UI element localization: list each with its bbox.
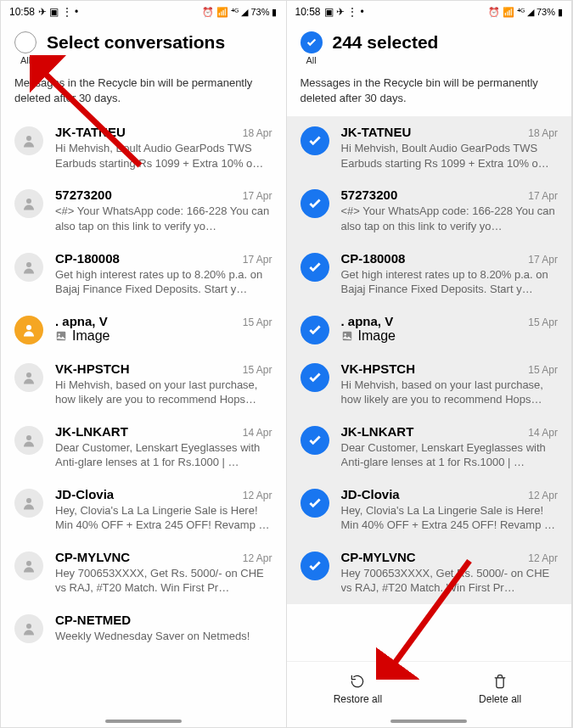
svg-point-9 [26,561,31,566]
trash-icon [492,673,508,690]
select-all-checkbox[interactable]: All [301,31,323,65]
svg-point-12 [344,333,345,335]
sender-name: . apna, V [341,314,394,328]
message-preview: Get high interest rates up to 8.20% p.a.… [55,267,272,297]
conversation-item[interactable]: VK-HPSTCH15 AprHi Mehvish, based on your… [1,353,286,416]
item-body: JK-TATNEU18 AprHi Mehvish, Boult Audio G… [55,125,272,171]
conversation-item[interactable]: JK-TATNEU18 AprHi Mehvish, Boult Audio G… [287,116,572,179]
avatar-icon [14,426,43,455]
message-preview: Hey 700653XXXX, Get Rs. 5000/- on CHE vs… [55,566,272,596]
conversation-item[interactable]: VK-HPSTCH15 AprHi Mehvish, based on your… [287,353,572,416]
sender-name: CP-180008 [55,251,120,266]
message-date: 15 Apr [528,316,558,328]
delete-all-button[interactable]: Delete all [429,662,571,715]
conversation-item[interactable]: JK-TATNEU18 AprHi Mehvish, Boult Audio G… [1,116,286,179]
restore-all-button[interactable]: Restore all [287,662,430,715]
all-label: All [20,55,31,65]
item-body: VK-HPSTCH15 AprHi Mehvish, based on your… [341,361,559,407]
avatar-icon [14,126,43,155]
checkbox-empty-icon [14,31,37,53]
item-body: . apna, V15 AprImage [55,314,272,344]
conversation-item[interactable]: JK-LNKART14 AprDear Customer, Lenskart E… [1,416,286,479]
message-preview: Dear Customer, Lenskart Eyeglasses with … [55,440,272,470]
all-label: All [306,55,316,65]
conversation-item[interactable]: 5727320017 Apr<#> Your WhatsApp code: 16… [287,179,572,242]
item-body: JK-LNKART14 AprDear Customer, Lenskart E… [341,424,559,470]
selected-check-icon [301,126,329,155]
item-body: CP-NETMEDWeekly Wednesday Saver on Netme… [55,613,272,644]
selection-header: All Select conversations [1,23,286,76]
conversation-item[interactable]: JK-LNKART14 AprDear Customer, Lenskart E… [287,416,572,479]
conversation-item[interactable]: CP-MYLVNC12 AprHey 700653XXXX, Get Rs. 5… [1,541,286,604]
message-preview: Image [341,328,559,344]
sender-name: 57273200 [55,188,112,202]
item-body: CP-18000817 AprGet high interest rates u… [341,251,559,297]
message-preview: <#> Your WhatsApp code: 166-228 You can … [341,204,559,233]
selected-check-icon [301,489,329,518]
status-bar: 10:58 ✈ ▣ ⋮ • ⏰ 📶 ⁴ᴳ ◢ 73% ▮ [1,1,286,23]
conversation-item[interactable]: . apna, V15 AprImage [287,305,572,353]
conversation-item[interactable]: CP-NETMEDWeekly Wednesday Saver on Netme… [1,604,286,652]
avatar-icon [14,489,43,518]
message-preview: Get high interest rates up to 8.20% p.a.… [341,267,559,297]
svg-point-5 [59,333,60,335]
conversation-item[interactable]: CP-MYLVNC12 AprHey 700653XXXX, Get Rs. 5… [287,541,572,604]
conversation-item[interactable]: 5727320017 Apr<#> Your WhatsApp code: 16… [1,179,286,242]
svg-point-7 [26,435,31,440]
message-date: 18 Apr [528,127,558,139]
item-body: JD-Clovia12 AprHey, Clovia's La La Linge… [341,487,559,533]
item-body: VK-HPSTCH15 AprHi Mehvish, based on your… [55,361,272,407]
page-title: 244 selected [333,31,439,53]
message-date: 17 Apr [528,190,558,202]
sender-name: CP-NETMED [55,613,131,627]
recycle-info: Messages in the Recycle bin will be perm… [287,76,572,116]
avatar-icon [14,552,43,580]
item-body: 5727320017 Apr<#> Your WhatsApp code: 16… [55,188,272,233]
status-icons-left: ✈ ▣ ⋮ • [38,6,78,18]
restore-label: Restore all [334,693,382,705]
message-preview: Hey 700653XXXX, Get Rs. 5000/- on CHE vs… [341,566,559,596]
conversation-item[interactable]: CP-18000817 AprGet high interest rates u… [287,243,572,305]
message-date: 14 Apr [243,427,272,439]
svg-point-3 [26,325,31,330]
message-date: 14 Apr [528,427,558,439]
message-date: 17 Apr [243,254,272,266]
sender-name: CP-MYLVNC [341,550,416,564]
conversation-list[interactable]: JK-TATNEU18 AprHi Mehvish, Boult Audio G… [287,116,572,661]
sender-name: 57273200 [341,188,398,202]
sender-name: VK-HPSTCH [341,361,416,376]
item-body: CP-18000817 AprGet high interest rates u… [55,251,272,297]
item-body: CP-MYLVNC12 AprHey 700653XXXX, Get Rs. 5… [341,550,559,596]
conversation-item[interactable]: JD-Clovia12 AprHey, Clovia's La La Linge… [1,479,286,541]
message-date: 12 Apr [528,490,558,501]
conversation-item[interactable]: JD-Clovia12 AprHey, Clovia's La La Linge… [287,479,572,541]
sender-name: JD-Clovia [341,487,400,501]
item-body: JK-TATNEU18 AprHi Mehvish, Boult Audio G… [341,125,559,171]
conversation-item[interactable]: . apna, V15 AprImage [1,305,286,353]
item-body: JD-Clovia12 AprHey, Clovia's La La Linge… [55,487,272,533]
conversation-list[interactable]: JK-TATNEU18 AprHi Mehvish, Boult Audio G… [1,116,286,715]
selected-check-icon [301,316,329,344]
selected-check-icon [301,189,329,218]
status-time: 10:58 [9,6,35,18]
conversation-item[interactable]: CP-18000817 AprGet high interest rates u… [1,243,286,305]
status-icons-left: ▣ ✈ ⋮ • [324,6,364,18]
delete-label: Delete all [479,693,521,705]
phone-left: 10:58 ✈ ▣ ⋮ • ⏰ 📶 ⁴ᴳ ◢ 73% ▮ All Select … [1,1,287,727]
status-icons-right: ⏰ 📶 ⁴ᴳ ◢ 73% ▮ [202,7,277,18]
item-body: 5727320017 Apr<#> Your WhatsApp code: 16… [341,188,559,233]
nav-bar [287,715,572,727]
selected-check-icon [301,426,329,455]
page-title: Select conversations [47,31,225,53]
selected-check-icon [301,552,329,580]
message-date: 15 Apr [243,364,272,376]
message-date: 12 Apr [243,490,272,501]
selected-check-icon [301,363,329,392]
sender-name: VK-HPSTCH [55,361,130,376]
message-date: 12 Apr [528,552,558,564]
sender-name: JK-TATNEU [55,125,126,139]
nav-bar [1,715,286,727]
message-date: 18 Apr [243,127,272,139]
select-all-checkbox[interactable]: All [14,31,37,65]
avatar-icon [14,253,43,282]
